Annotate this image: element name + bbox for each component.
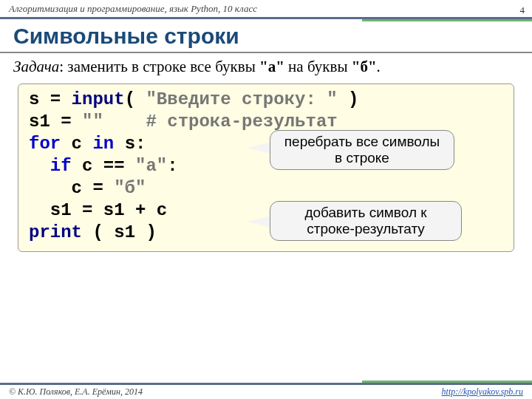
- page-number: 4: [520, 4, 525, 16]
- code-line-5: c = "б": [29, 177, 503, 200]
- callout-tail: [248, 142, 271, 154]
- footer-link[interactable]: http://kpolyakov.spb.ru: [442, 386, 523, 398]
- task-text: Задача: заменить в строке все буквы "а" …: [0, 53, 532, 83]
- code-block: s = input( "Введите строку: " ) s1 = "" …: [18, 83, 514, 252]
- page-title: Символьные строки: [0, 19, 532, 53]
- course-label: Алгоритмизация и программирование, язык …: [9, 3, 257, 15]
- copyright: © К.Ю. Поляков, Е.А. Ерёмин, 2014: [9, 386, 143, 398]
- callout-bubble-2: добавить символ к строке-результату: [270, 201, 462, 241]
- code-line-1: s = input( "Введите строку: " ): [29, 89, 503, 111]
- task-label: Задача: [13, 58, 59, 75]
- callout-tail: [248, 216, 271, 228]
- callout-bubble-1: перебрать все символы в строке: [270, 130, 454, 170]
- header-accent: [362, 19, 532, 21]
- header-bar: Алгоритмизация и программирование, язык …: [0, 0, 532, 19]
- footer: © К.Ю. Поляков, Е.А. Ерёмин, 2014 http:/…: [0, 383, 532, 399]
